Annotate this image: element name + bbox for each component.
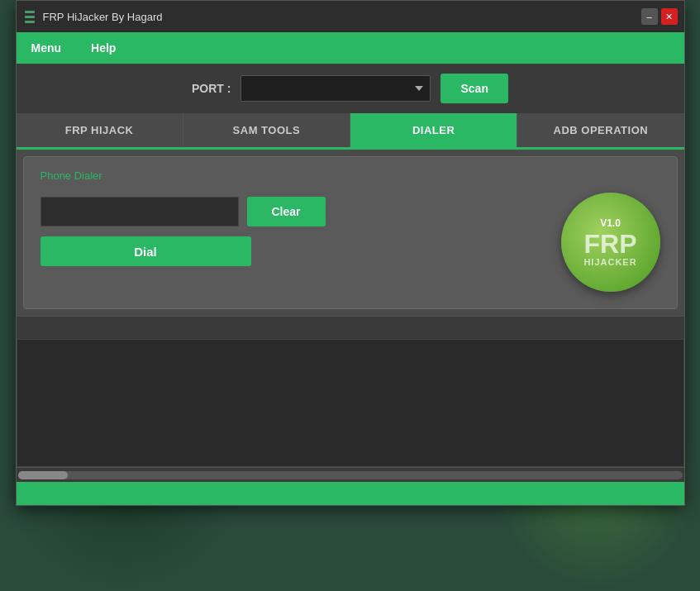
frp-logo: V1.0 FRP HIJACKER [561,193,660,292]
tab-bar: FRP HIJACK SAM TOOLS DIALER ADB OPERATIO… [17,113,684,150]
window-title: FRP HiJacker By Hagard [43,11,163,23]
title-bar: FRP HiJacker By Hagard – ✕ [17,1,684,32]
dialer-input-row: Clear [40,197,545,226]
scroll-thumb[interactable] [18,471,68,479]
dialer-body: Clear Dial V1.0 FRP HIJACKER [40,197,660,292]
menu-item-menu[interactable]: Menu [25,38,69,58]
title-controls: – ✕ [641,8,678,25]
clear-button[interactable]: Clear [247,197,326,226]
main-window: FRP HiJacker By Hagard – ✕ Menu Help POR… [16,0,685,506]
tab-sam-tools[interactable]: SAM TOOLS [183,113,350,147]
scan-button[interactable]: Scan [440,74,507,103]
app-icon [23,8,36,25]
menu-bar: Menu Help [17,32,684,64]
scroll-track [18,471,683,479]
status-bar [17,316,684,339]
minimize-button[interactable]: – [641,8,658,25]
dialer-controls: Clear Dial [40,197,545,266]
close-button[interactable]: ✕ [661,8,678,25]
tab-adb-operation[interactable]: ADB OPERATION [517,113,683,147]
tab-frp-hijack[interactable]: FRP HIJACK [17,113,183,147]
log-area[interactable] [17,339,684,467]
menu-item-help[interactable]: Help [84,38,122,58]
scrollbar-container [17,467,684,482]
frp-sub: HIJACKER [583,257,636,267]
phone-number-input[interactable] [40,197,239,226]
frp-text: FRP [584,231,637,257]
dialer-title: Phone Dialer [40,169,660,182]
port-label: PORT : [192,82,231,95]
title-bar-left: FRP HiJacker By Hagard [23,8,163,25]
tab-dialer[interactable]: DIALER [350,113,517,147]
dialer-panel: Phone Dialer Clear Dial V1.0 FRP HIJACKE… [23,156,678,309]
bottom-bar [17,482,684,505]
frp-version: V1.0 [600,217,621,229]
port-row: PORT : Scan [17,64,684,113]
port-select[interactable] [240,75,431,102]
dial-button[interactable]: Dial [40,236,251,266]
content-area: Phone Dialer Clear Dial V1.0 FRP HIJACKE… [17,150,684,316]
